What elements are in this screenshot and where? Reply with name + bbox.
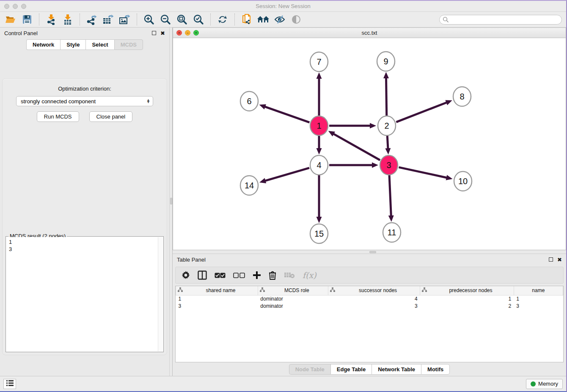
dropdown-stepper-icon: ▲▼	[146, 99, 150, 103]
node-label: 4	[317, 160, 321, 170]
zoom-selected-icon[interactable]	[192, 13, 205, 26]
table-cell[interactable]: dominator	[258, 295, 328, 302]
zoom-fit-icon[interactable]	[176, 13, 188, 26]
search-input[interactable]	[439, 15, 562, 25]
memory-label: Memory	[538, 381, 558, 387]
column-header-shared-name[interactable]: shared name	[176, 286, 258, 295]
edge-arrowhead	[383, 72, 389, 78]
node-label: 3	[386, 160, 391, 170]
import-table-icon[interactable]	[61, 13, 74, 26]
close-panel-icon[interactable]: ✖	[160, 30, 165, 36]
table-cell[interactable]: 1	[176, 295, 258, 302]
tab-style[interactable]: Style	[60, 39, 85, 50]
criterion-dropdown[interactable]: strongly connected component ▲▼	[16, 96, 153, 106]
tab-select[interactable]: Select	[85, 39, 114, 50]
home-icon[interactable]	[257, 13, 270, 26]
float-panel-icon[interactable]	[549, 257, 553, 262]
save-icon[interactable]	[21, 13, 33, 26]
result-scrollbar[interactable]	[158, 237, 163, 351]
zoom-out-icon[interactable]	[159, 13, 172, 26]
edge-arrowhead	[317, 148, 322, 155]
network-window-title: scc.txt	[173, 30, 566, 36]
edge-2-9[interactable]	[386, 77, 387, 116]
memory-button[interactable]: Memory	[526, 379, 563, 389]
toolbar-separator	[39, 14, 39, 25]
edge-3-11[interactable]	[389, 175, 391, 216]
network-graph[interactable]: 7968124314101511	[173, 38, 566, 250]
function-builder-icon: f(x)	[303, 270, 317, 281]
splitter-handle[interactable]	[170, 198, 172, 204]
delete-column-icon[interactable]	[269, 270, 276, 281]
export-table-icon[interactable]	[102, 13, 115, 26]
graph-node-7[interactable]: 7	[310, 52, 328, 72]
mcds-tab-content: Optimization criterion: strongly connect…	[2, 78, 167, 355]
graph-node-2[interactable]: 2	[378, 116, 396, 135]
node-label: 6	[247, 97, 251, 106]
table-cell[interactable]: 1	[514, 295, 563, 302]
tab-mcds[interactable]: MCDS	[114, 39, 143, 50]
add-column-icon[interactable]	[253, 270, 261, 281]
table-cell[interactable]: 2	[420, 302, 514, 309]
split-panel-icon[interactable]	[198, 270, 207, 281]
edge-3-1[interactable]	[333, 134, 380, 160]
task-history-button[interactable]	[3, 379, 16, 389]
deselect-checkboxes-icon[interactable]	[233, 270, 245, 281]
export-network-icon[interactable]	[85, 13, 98, 26]
edge-1-6[interactable]	[264, 107, 310, 122]
run-mcds-button[interactable]: Run MCDS	[37, 111, 79, 122]
network-window-titlebar: ✕ − + scc.txt	[173, 28, 566, 38]
graph-node-1[interactable]: 1	[310, 116, 328, 135]
column-header-successor-nodes[interactable]: successor nodes	[328, 286, 420, 295]
table-row[interactable]: 3dominator323	[176, 302, 563, 309]
graph-node-8[interactable]: 8	[453, 87, 471, 106]
graph-node-14[interactable]: 14	[240, 176, 258, 195]
refresh-layout-icon[interactable]	[216, 13, 229, 26]
tab-motifs[interactable]: Motifs	[421, 364, 450, 375]
open-folder-icon[interactable]	[4, 13, 17, 26]
mcds-result-text[interactable]: 13	[6, 237, 158, 351]
column-header-predecessor-nodes[interactable]: predecessor nodes	[420, 286, 514, 295]
edge-3-10[interactable]	[399, 167, 447, 178]
edge-2-3[interactable]	[387, 136, 388, 149]
edge-4-14[interactable]	[264, 168, 309, 181]
toolbar-separator	[210, 14, 211, 25]
network-canvas[interactable]: 7968124314101511	[173, 38, 566, 250]
tab-node-table[interactable]: Node Table	[289, 364, 330, 375]
table-cell[interactable]: 3	[328, 302, 420, 309]
export-image-icon[interactable]	[118, 13, 131, 26]
table-cell[interactable]: 4	[328, 295, 420, 302]
hide-eye-icon[interactable]	[273, 13, 286, 26]
table-cell[interactable]: 3	[176, 302, 258, 309]
graph-node-11[interactable]: 11	[383, 223, 401, 242]
tab-network-table[interactable]: Network Table	[372, 364, 421, 375]
select-all-checkboxes-icon[interactable]	[215, 270, 226, 281]
graph-node-3[interactable]: 3	[380, 155, 398, 175]
import-network-icon[interactable]	[45, 13, 58, 26]
close-panel-icon[interactable]: ✖	[557, 257, 562, 262]
column-header-MCDS-role[interactable]: MCDS role	[258, 286, 328, 295]
graph-node-9[interactable]: 9	[377, 52, 395, 71]
column-header-name[interactable]: name	[514, 286, 563, 295]
table-cell[interactable]: 3	[514, 302, 563, 309]
table-cell[interactable]: dominator	[258, 302, 328, 309]
copy-network-icon[interactable]	[240, 13, 253, 26]
edge-2-8[interactable]	[396, 102, 447, 122]
edge-arrowhead	[372, 163, 378, 168]
graph-node-15[interactable]: 15	[310, 224, 328, 243]
gear-icon[interactable]	[182, 270, 190, 281]
tab-network[interactable]: Network	[26, 39, 60, 50]
graph-node-10[interactable]: 10	[454, 171, 472, 191]
float-panel-icon[interactable]	[152, 31, 156, 35]
node-label: 11	[388, 228, 396, 237]
vertical-splitter[interactable]	[169, 28, 173, 376]
table-row[interactable]: 1dominator411	[176, 295, 563, 302]
close-panel-button[interactable]: Close panel	[89, 111, 133, 122]
horizontal-splitter[interactable]	[173, 250, 566, 254]
tab-edge-table[interactable]: Edge Table	[330, 364, 372, 375]
table-cell[interactable]: 1	[420, 295, 514, 302]
graph-node-6[interactable]: 6	[240, 91, 258, 111]
table-panel: Table Panel ✖	[173, 254, 566, 376]
graph-node-4[interactable]: 4	[310, 155, 328, 175]
zoom-in-icon[interactable]	[143, 13, 155, 26]
splitter-handle[interactable]	[369, 251, 376, 253]
